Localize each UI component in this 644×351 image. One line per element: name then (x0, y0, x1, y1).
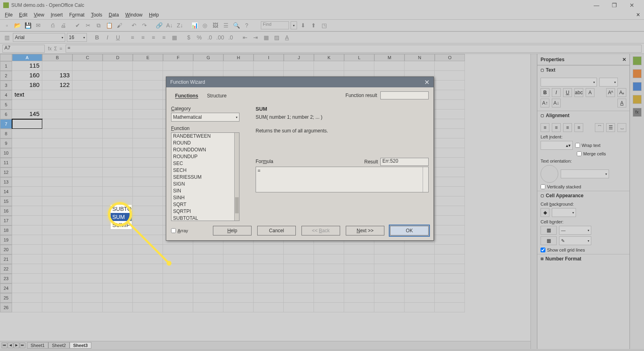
paste-icon[interactable]: 📋 (105, 21, 114, 30)
cell-K25[interactable] (314, 293, 344, 303)
cell-E5[interactable] (133, 100, 163, 109)
cell-K26[interactable] (314, 303, 344, 312)
cell-G23[interactable] (193, 274, 223, 283)
function-list[interactable]: RANDBETWEENROUNDROUNDDOWNROUNDUPSECSECHS… (171, 132, 239, 221)
cell-B23[interactable] (42, 274, 72, 283)
cell-H23[interactable] (223, 274, 254, 283)
cell-D23[interactable] (103, 274, 133, 283)
cell-N20[interactable] (405, 245, 435, 254)
cell-E19[interactable] (133, 235, 163, 245)
cell-E25[interactable] (133, 293, 163, 303)
vertical-scrollbar[interactable] (530, 54, 537, 349)
cell-J26[interactable] (284, 303, 314, 312)
bgcolor-icon[interactable]: ▨ (272, 33, 281, 42)
cell-F24[interactable] (163, 283, 193, 293)
cell-C12[interactable] (72, 167, 103, 177)
cell-C6[interactable] (72, 109, 103, 119)
sum-icon[interactable]: Σ (54, 46, 57, 52)
wrap-text-checkbox[interactable] (575, 143, 580, 148)
cut-icon[interactable]: ✂ (84, 21, 93, 30)
menu-window[interactable]: Window (122, 11, 146, 19)
cell-C9[interactable] (72, 138, 103, 148)
cell-O19[interactable] (435, 235, 465, 245)
cell-B18[interactable] (42, 225, 72, 235)
cell-M22[interactable] (374, 264, 405, 274)
cell-M21[interactable] (374, 254, 405, 264)
row-header-10[interactable]: 10 (0, 148, 12, 158)
cell-E23[interactable] (133, 274, 163, 283)
cell-H21[interactable] (223, 254, 254, 264)
cell-O18[interactable] (435, 225, 465, 235)
array-checkbox[interactable] (171, 228, 176, 233)
copy-icon[interactable]: ⧉ (94, 21, 103, 30)
cell-E1[interactable] (133, 61, 163, 71)
row-header-8[interactable]: 8 (0, 129, 12, 138)
sidebar-navigator-icon[interactable] (633, 95, 642, 104)
orientation-combo[interactable]: ▾ (561, 169, 609, 178)
cell-E21[interactable] (133, 254, 163, 264)
col-header-C[interactable]: C (72, 54, 103, 61)
cell-B16[interactable] (42, 206, 72, 216)
find-next-icon[interactable]: ⬇ (299, 21, 308, 30)
row-header-12[interactable]: 12 (0, 167, 12, 177)
cell-J1[interactable] (284, 61, 314, 71)
cell-B6[interactable] (42, 109, 72, 119)
properties-close-icon[interactable]: ✕ (622, 57, 626, 62)
col-header-D[interactable]: D (103, 54, 133, 61)
menu-edit[interactable]: Edit (16, 11, 31, 19)
undo-icon[interactable]: ↶ (130, 21, 138, 30)
section-cell-appearance[interactable]: Cell Appearance (546, 193, 584, 198)
cell-E14[interactable] (133, 187, 163, 196)
help-icon[interactable]: ? (242, 21, 251, 30)
find-dropdown-icon[interactable]: ▾ (291, 21, 297, 29)
cell-C4[interactable] (72, 90, 103, 100)
redo-icon[interactable]: ↷ (140, 21, 149, 30)
chart-icon[interactable]: 📊 (190, 21, 199, 30)
cell-F20[interactable] (163, 245, 193, 254)
cell-L1[interactable] (344, 61, 374, 71)
sidebar-properties-icon[interactable] (633, 56, 642, 65)
cell-M25[interactable] (374, 293, 405, 303)
cell-O7[interactable] (435, 119, 465, 129)
cell-G1[interactable] (193, 61, 223, 71)
cell-A9[interactable] (12, 138, 42, 148)
align-right-icon[interactable]: ≡ (149, 33, 158, 42)
sidebar-styles-icon[interactable] (633, 69, 642, 78)
cell-C18[interactable] (72, 225, 103, 235)
gallery-icon[interactable]: 🖼 (211, 21, 220, 30)
cell-D19[interactable] (103, 235, 133, 245)
function-item[interactable]: SQRTPI (171, 208, 234, 215)
row-header-22[interactable]: 22 (0, 264, 12, 274)
cell-O13[interactable] (435, 177, 465, 187)
cell-H1[interactable] (223, 61, 254, 71)
cell-C8[interactable] (72, 129, 103, 138)
menu-data[interactable]: Data (105, 11, 122, 19)
font-size-combo[interactable]: 16▾ (67, 33, 87, 42)
row-header-17[interactable]: 17 (0, 216, 12, 225)
inc-indent-icon[interactable]: ⇥ (251, 33, 260, 42)
cell-B24[interactable] (42, 283, 72, 293)
cell-B7[interactable] (42, 119, 72, 129)
cell-D25[interactable] (103, 293, 133, 303)
cell-E17[interactable] (133, 216, 163, 225)
cell-D4[interactable] (103, 90, 133, 100)
cell-J23[interactable] (284, 274, 314, 283)
cell-D21[interactable] (103, 254, 133, 264)
sidebar-toggle-icon[interactable]: ▥ (2, 33, 11, 42)
cell-D3[interactable] (103, 81, 133, 90)
row-header-3[interactable]: 3 (0, 81, 12, 90)
row-header-21[interactable]: 21 (0, 254, 12, 264)
cell-D8[interactable] (103, 129, 133, 138)
font-size-combo-panel[interactable]: ▾ (599, 78, 618, 87)
cell-D22[interactable] (103, 264, 133, 274)
italic-icon[interactable]: I (103, 33, 112, 42)
cell-B11[interactable] (42, 158, 72, 167)
menu-format[interactable]: Format (66, 11, 88, 19)
cell-O21[interactable] (435, 254, 465, 264)
underline-icon[interactable]: U (114, 33, 122, 42)
cell-C10[interactable] (72, 148, 103, 158)
col-header-E[interactable]: E (133, 54, 163, 61)
cell-A2[interactable]: 160 (12, 71, 42, 81)
cell-B3[interactable]: 122 (42, 81, 72, 90)
cell-L26[interactable] (344, 303, 374, 312)
